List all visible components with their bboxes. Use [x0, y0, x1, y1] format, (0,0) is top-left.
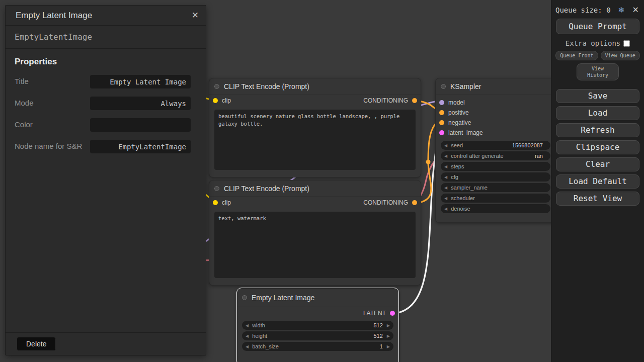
field-row-color: Color	[6, 114, 206, 136]
positive-input-label: positive	[448, 109, 469, 116]
reset-view-button[interactable]: Reset View	[556, 192, 639, 206]
color-field-label: Color	[15, 120, 33, 130]
increment-icon[interactable]: ▶	[387, 344, 390, 349]
save-button[interactable]: Save	[556, 89, 639, 103]
node-name-field-label: Node name for S&R	[15, 141, 82, 151]
node-titlebar[interactable]: CLIP Text Encode (Prompt)	[209, 78, 421, 95]
decrement-icon[interactable]: ◀	[444, 186, 447, 190]
node-empty-latent-image[interactable]: Empty Latent Image LATENT ◀ width 512 ▶ …	[236, 288, 399, 362]
model-input-label: model	[448, 99, 465, 106]
node-name-field[interactable]	[90, 140, 191, 153]
decrement-icon[interactable]: ◀	[444, 207, 447, 211]
decrement-icon[interactable]: ◀	[246, 323, 249, 328]
settings-snowflake-icon[interactable]: ❄	[618, 6, 624, 15]
increment-icon[interactable]: ▶	[387, 334, 390, 338]
cfg-widget[interactable]: ◀ cfg	[441, 172, 550, 182]
denoise-widget[interactable]: ◀ denoise	[441, 204, 550, 213]
node-title: KSampler	[450, 82, 481, 90]
control-after-generate-widget[interactable]: ◀ control after generate ran	[441, 151, 550, 160]
height-widget[interactable]: ◀ height 512 ▶	[242, 331, 393, 340]
decrement-icon[interactable]: ◀	[444, 164, 447, 169]
positive-prompt-textarea[interactable]: beautiful scenery nature glass bottle la…	[214, 110, 416, 170]
load-default-button[interactable]: Load Default	[556, 174, 639, 189]
node-clip-text-encode-positive[interactable]: CLIP Text Encode (Prompt) clip CONDITION…	[209, 78, 421, 177]
refresh-button[interactable]: Refresh	[556, 123, 639, 137]
node-titlebar[interactable]: Empty Latent Image	[237, 288, 398, 307]
node-title: CLIP Text Encode (Prompt)	[224, 82, 309, 90]
clip-input-label: clip	[222, 199, 231, 206]
batch-size-widget[interactable]: ◀ batch_size 1 ▶	[242, 342, 393, 351]
negative-input-label: negative	[448, 119, 471, 126]
node-type-label: EmptyLatentImage	[6, 26, 206, 49]
latent-output-slot[interactable]	[390, 311, 395, 316]
decrement-icon[interactable]: ◀	[444, 143, 447, 148]
node-title: Empty Latent Image	[252, 294, 314, 302]
mode-field[interactable]	[90, 97, 191, 110]
node-ksampler[interactable]: KSampler model positive negative latent_…	[435, 78, 556, 223]
queue-size-label: Queue size: 0	[555, 6, 611, 14]
decrement-icon[interactable]: ◀	[444, 175, 447, 179]
node-titlebar[interactable]: CLIP Text Encode (Prompt)	[209, 180, 421, 197]
clip-input-label: clip	[222, 97, 231, 104]
queue-prompt-button[interactable]: Queue Prompt	[556, 19, 639, 34]
decrement-icon[interactable]: ◀	[246, 334, 249, 338]
comfy-menu-panel: Queue size: 0 ❄ ✕ Queue Prompt Extra opt…	[551, 0, 644, 362]
clipspace-button[interactable]: Clipspace	[556, 140, 639, 154]
latent-output-label: LATENT	[363, 310, 386, 317]
properties-panel: Empty Latent Image ✕ EmptyLatentImage Pr…	[5, 5, 206, 355]
view-queue-button[interactable]: View Queue	[601, 51, 640, 60]
mode-field-label: Mode	[15, 98, 34, 108]
field-row-node-name: Node name for S&R	[6, 136, 206, 157]
clear-button[interactable]: Clear	[556, 157, 639, 171]
queue-front-button[interactable]: Queue Front	[555, 51, 598, 60]
decrement-icon[interactable]: ◀	[444, 154, 447, 158]
clip-input-slot[interactable]	[213, 200, 218, 205]
close-icon[interactable]: ✕	[632, 5, 639, 15]
decrement-icon[interactable]: ◀	[246, 344, 249, 349]
node-titlebar[interactable]: KSampler	[436, 78, 555, 95]
close-icon[interactable]: ✕	[192, 10, 199, 21]
node-clip-text-encode-negative[interactable]: CLIP Text Encode (Prompt) clip CONDITION…	[209, 180, 421, 286]
conditioning-output-slot[interactable]	[412, 200, 417, 205]
collapse-dot-icon[interactable]	[214, 84, 219, 89]
properties-heading: Properties	[15, 57, 197, 67]
width-widget[interactable]: ◀ width 512 ▶	[242, 321, 393, 330]
extra-options-checkbox[interactable]	[623, 40, 630, 47]
negative-prompt-textarea[interactable]: text, watermark	[214, 212, 416, 278]
load-button[interactable]: Load	[556, 106, 639, 120]
collapse-dot-icon[interactable]	[242, 295, 247, 300]
increment-icon[interactable]: ▶	[387, 323, 390, 328]
title-field[interactable]	[90, 75, 191, 88]
conditioning-output-slot[interactable]	[412, 98, 417, 103]
field-row-title: Title	[6, 71, 206, 93]
clip-input-slot[interactable]	[213, 98, 218, 103]
model-input-slot[interactable]	[439, 100, 444, 105]
delete-button[interactable]: Delete	[17, 337, 56, 351]
conditioning-output-label: CONDITIONING	[363, 199, 408, 206]
field-row-mode: Mode	[6, 93, 206, 114]
conditioning-output-label: CONDITIONING	[363, 97, 408, 104]
decrement-icon[interactable]: ◀	[444, 196, 447, 201]
link-midpoint-dot	[426, 160, 431, 164]
latent-image-input-label: latent_image	[448, 129, 483, 136]
view-history-button[interactable]: View History	[577, 63, 619, 80]
extra-options-label: Extra options	[566, 39, 621, 47]
color-field[interactable]	[90, 118, 191, 132]
steps-widget[interactable]: ◀ steps	[441, 162, 550, 171]
dialog-title: Empty Latent Image	[16, 11, 92, 21]
negative-input-slot[interactable]	[439, 120, 444, 125]
node-title: CLIP Text Encode (Prompt)	[224, 185, 309, 193]
collapse-dot-icon[interactable]	[214, 186, 219, 191]
seed-widget[interactable]: ◀ seed 1566802087	[441, 141, 550, 150]
latent-image-input-slot[interactable]	[439, 130, 444, 135]
title-field-label: Title	[15, 76, 29, 86]
positive-input-slot[interactable]	[439, 110, 444, 115]
collapse-dot-icon[interactable]	[441, 84, 446, 89]
sampler-name-widget[interactable]: ◀ sampler_name	[441, 183, 550, 192]
scheduler-widget[interactable]: ◀ scheduler	[441, 194, 550, 203]
